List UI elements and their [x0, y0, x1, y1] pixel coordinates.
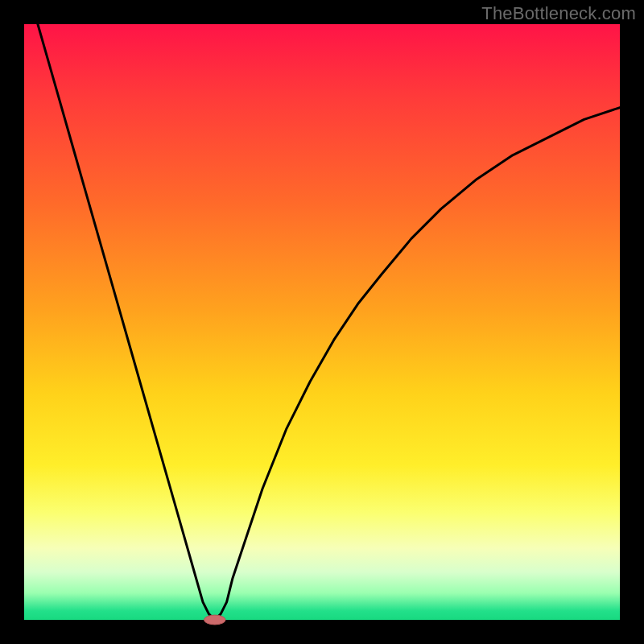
optimum-marker	[204, 615, 225, 625]
watermark-text: TheBottleneck.com	[481, 3, 636, 24]
plot-background	[24, 24, 620, 620]
bottleneck-chart	[0, 0, 644, 644]
chart-frame: TheBottleneck.com	[0, 0, 644, 644]
